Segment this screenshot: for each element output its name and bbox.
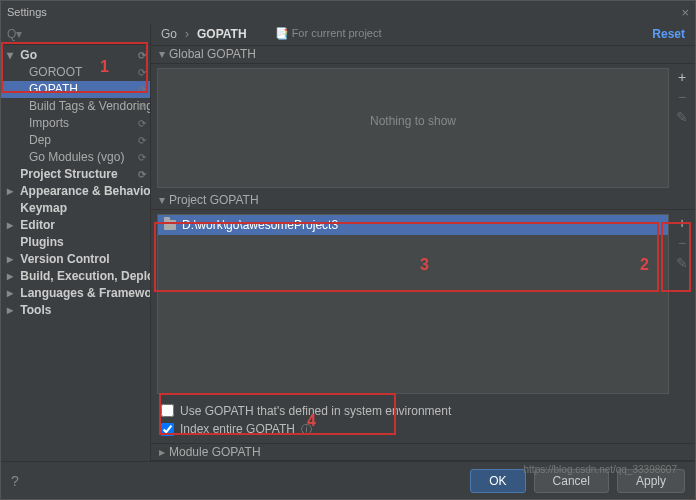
add-button[interactable]: + <box>673 68 691 86</box>
folder-icon <box>164 220 176 230</box>
tree-label: Imports <box>29 116 69 130</box>
remove-button[interactable]: − <box>673 234 691 252</box>
tree-label: Tools <box>20 303 51 317</box>
section-label: Global GOPATH <box>169 47 256 61</box>
chevron-right-icon: ▸ <box>7 268 17 285</box>
chevron-down-icon: ▾ <box>159 47 165 61</box>
project-gopath-panel: D:\work\go\awesomeProject3 + − ✎ <box>151 210 695 398</box>
index-label: Index entire GOPATH <box>180 422 295 436</box>
edit-button[interactable]: ✎ <box>673 108 691 126</box>
window-title: Settings <box>7 6 47 18</box>
tree-label: Build Tags & Vendoring <box>29 99 150 113</box>
tree-section-go[interactable]: ▾ Go ⟳ <box>1 47 150 64</box>
chevron-down-icon: ▾ <box>7 47 17 64</box>
index-checkbox-row[interactable]: Index entire GOPATH ⓘ <box>161 422 685 437</box>
sync-icon: ⟳ <box>138 81 146 98</box>
chevron-right-icon: ▸ <box>7 251 17 268</box>
sync-icon: ⟳ <box>138 149 146 166</box>
watermark: https://blog.csdn.net/qq_33398607 <box>524 464 677 475</box>
tree-label: Keymap <box>20 201 67 215</box>
help-icon[interactable]: ⓘ <box>301 422 312 437</box>
tree-item-languages[interactable]: ▸ Languages & Frameworks <box>1 285 150 302</box>
section-label: Project GOPATH <box>169 193 259 207</box>
settings-tree: ▾ Go ⟳ GOROOT ⟳ GOPATH ⟳ Build Tags & Ve… <box>1 45 150 461</box>
tree-label: GOROOT <box>29 65 82 79</box>
tree-item-plugins[interactable]: Plugins <box>1 234 150 251</box>
global-gopath-panel: Nothing to show + − ✎ <box>151 64 695 192</box>
chevron-down-icon: ▾ <box>159 193 165 207</box>
use-env-checkbox[interactable] <box>161 404 174 417</box>
chevron-right-icon: ▸ <box>7 183 17 200</box>
edit-button[interactable]: ✎ <box>673 254 691 272</box>
tree-label: Plugins <box>20 235 63 249</box>
chevron-right-icon: ▸ <box>7 302 17 319</box>
tree-item-keymap[interactable]: Keymap <box>1 200 150 217</box>
tree-label: Appearance & Behavior <box>20 184 150 198</box>
sync-icon: ⟳ <box>138 166 146 183</box>
search-input[interactable] <box>7 27 144 41</box>
tree-item-version-control[interactable]: ▸ Version Control <box>1 251 150 268</box>
project-gopath-list[interactable]: D:\work\go\awesomeProject3 <box>157 214 669 394</box>
sync-icon: ⟳ <box>138 115 146 132</box>
sync-icon: ⟳ <box>138 47 146 64</box>
tree-item-project-structure[interactable]: Project Structure ⟳ <box>1 166 150 183</box>
tree-item-imports[interactable]: Imports ⟳ <box>1 115 150 132</box>
tree-item-editor[interactable]: ▸ Editor <box>1 217 150 234</box>
tree-label: Version Control <box>20 252 109 266</box>
use-env-label: Use GOPATH that's defined in system envi… <box>180 404 451 418</box>
gopath-entry[interactable]: D:\work\go\awesomeProject3 <box>158 215 668 235</box>
tree-label: GOPATH <box>29 82 78 96</box>
tree-item-build[interactable]: ▸ Build, Execution, Deployment <box>1 268 150 285</box>
chevron-right-icon: ▸ <box>159 445 165 459</box>
tree-label: Languages & Frameworks <box>20 286 150 300</box>
add-button[interactable]: + <box>673 214 691 232</box>
ok-button[interactable]: OK <box>470 469 525 493</box>
tree-item-gopath[interactable]: GOPATH ⟳ <box>1 81 150 98</box>
tree-item-appearance[interactable]: ▸ Appearance & Behavior <box>1 183 150 200</box>
breadcrumb-go[interactable]: Go <box>161 27 177 41</box>
remove-button[interactable]: − <box>673 88 691 106</box>
chevron-right-icon: ▸ <box>7 285 17 302</box>
tree-label: Project Structure <box>20 167 117 181</box>
tree-item-tools[interactable]: ▸ Tools <box>1 302 150 319</box>
tree-label: Dep <box>29 133 51 147</box>
search-wrapper <box>1 23 150 45</box>
index-checkbox[interactable] <box>161 423 174 436</box>
tree-item-goroot[interactable]: GOROOT ⟳ <box>1 64 150 81</box>
tree-item-build-tags[interactable]: Build Tags & Vendoring ⟳ <box>1 98 150 115</box>
tree-label: Go <box>20 48 37 62</box>
breadcrumb-gopath: GOPATH <box>197 27 247 41</box>
sync-icon: ⟳ <box>138 98 146 115</box>
section-label: Module GOPATH <box>169 445 261 459</box>
project-gopath-header[interactable]: ▾ Project GOPATH <box>151 192 695 210</box>
close-icon[interactable]: × <box>681 5 689 20</box>
use-env-checkbox-row[interactable]: Use GOPATH that's defined in system envi… <box>161 404 685 418</box>
path-text: D:\work\go\awesomeProject3 <box>182 215 338 235</box>
for-current-project: 📑 For current project <box>275 27 382 40</box>
tree-label: Editor <box>20 218 55 232</box>
tree-label: Build, Execution, Deployment <box>20 269 150 283</box>
tree-item-dep[interactable]: Dep ⟳ <box>1 132 150 149</box>
global-gopath-header[interactable]: ▾ Global GOPATH <box>151 46 695 64</box>
module-gopath-header[interactable]: ▸ Module GOPATH <box>151 443 695 461</box>
tree-label: Go Modules (vgo) <box>29 150 124 164</box>
global-gopath-list[interactable]: Nothing to show <box>157 68 669 188</box>
gopath-options: Use GOPATH that's defined in system envi… <box>151 398 695 443</box>
reset-link[interactable]: Reset <box>652 27 685 41</box>
help-button[interactable]: ? <box>11 473 19 489</box>
tree-item-go-modules[interactable]: Go Modules (vgo) ⟳ <box>1 149 150 166</box>
sync-icon: ⟳ <box>138 132 146 149</box>
empty-text: Nothing to show <box>158 69 668 128</box>
sync-icon: ⟳ <box>138 64 146 81</box>
breadcrumb-sep: › <box>185 27 189 41</box>
chevron-right-icon: ▸ <box>7 217 17 234</box>
